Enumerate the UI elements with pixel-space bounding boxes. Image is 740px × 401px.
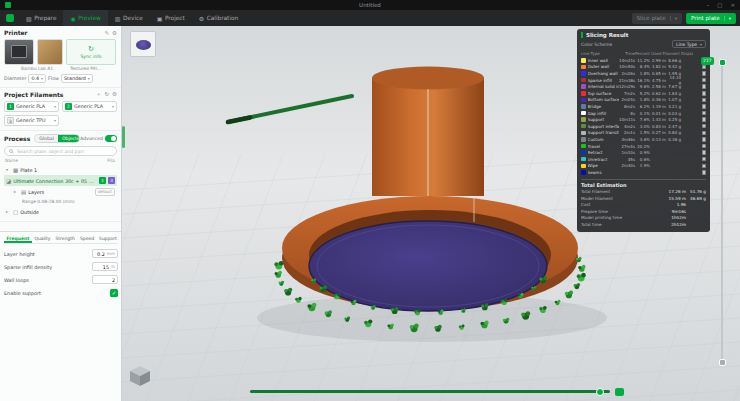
slice-plate-button[interactable]: Slice plate ▾: [632, 13, 682, 24]
nozzle-diameter-select[interactable]: 0.4 ▾: [28, 74, 46, 83]
tab-project[interactable]: ▣Project: [150, 10, 192, 26]
printer-image[interactable]: [4, 39, 34, 65]
display-checkbox[interactable]: [702, 170, 707, 175]
search-input[interactable]: [17, 149, 112, 154]
display-checkbox[interactable]: [702, 144, 707, 149]
param-label: Sparse infill density: [4, 264, 92, 270]
line-type-time: 4m46s: [619, 137, 635, 142]
plate-thumbnail[interactable]: [130, 31, 156, 57]
display-checkbox[interactable]: [702, 157, 707, 162]
advanced-toggle[interactable]: [105, 135, 117, 142]
tree-row-layers[interactable]: ▸ ▤ Layers default: [4, 186, 117, 197]
line-type-weight: 3.21 g: [666, 104, 681, 109]
minimize-icon[interactable]: –: [706, 0, 709, 10]
view-cube[interactable]: [128, 365, 152, 387]
line-type-length: 0.01 m: [650, 111, 666, 116]
tree-row-layer-range[interactable]: Range 0.08-28.00 (mm): [4, 197, 117, 206]
param-input[interactable]: 2: [92, 275, 118, 284]
display-checkbox[interactable]: [702, 65, 707, 70]
line-type-percent: 1.8%: [635, 71, 650, 76]
filament-chip[interactable]: 1Generic PLA▾: [4, 101, 59, 112]
layer-range-label: Range 0.08-28.00 (mm): [22, 199, 75, 204]
move-slider-end-button[interactable]: [615, 388, 624, 396]
chevron-right-icon[interactable]: ▸: [14, 189, 19, 194]
display-checkbox[interactable]: [702, 84, 707, 89]
tree-row-outside[interactable]: ▸ ▢ Outside: [4, 206, 117, 217]
chevron-down-icon[interactable]: ▾: [6, 167, 11, 172]
chevron-down-icon[interactable]: ▾: [724, 16, 731, 21]
layer-slider[interactable]: [721, 60, 723, 365]
sync-info-button[interactable]: ↻ Sync info: [66, 39, 116, 65]
plate-type-image[interactable]: [37, 39, 63, 65]
move-slider-handle[interactable]: [596, 388, 604, 396]
add-filament-icon[interactable]: ＋: [96, 91, 102, 98]
mode-global-button[interactable]: Global: [35, 135, 58, 142]
param-tab-strength[interactable]: Strength: [53, 234, 77, 243]
layer-slider-bottom-handle[interactable]: [719, 359, 726, 366]
filament-chip[interactable]: 3Generic TPU▾: [4, 115, 59, 126]
edit-icon[interactable]: ✎: [104, 30, 109, 36]
display-checkbox[interactable]: [702, 131, 707, 136]
chevron-down-icon: ▾: [54, 118, 56, 123]
display-checkbox[interactable]: [702, 117, 707, 122]
display-checkbox[interactable]: [702, 124, 707, 129]
name-column-label: Name: [5, 158, 18, 163]
plate-action-buttons: Slice plate ▾ Print plate ▾: [632, 13, 736, 24]
object-filament-badge[interactable]: 3: [108, 177, 115, 184]
move-slider[interactable]: [250, 390, 610, 393]
line-type-color: [581, 144, 586, 149]
enable-support-checkbox[interactable]: ✓: [110, 289, 118, 297]
tab-calibration[interactable]: ⚙Calibration: [192, 10, 245, 26]
estimation-label: Total time: [581, 222, 664, 227]
param-input[interactable]: 0.2mm: [92, 249, 118, 258]
estimation-value: 1h52m: [664, 215, 686, 220]
color-scheme-select[interactable]: Line Type ▾: [672, 40, 706, 48]
param-tab-support[interactable]: Support: [97, 234, 120, 243]
display-checkbox[interactable]: [702, 111, 707, 116]
estimation-value: 9m16s: [664, 209, 686, 214]
tab-preview[interactable]: ◉Preview: [63, 10, 107, 26]
estimation-value: 2h12m: [664, 222, 686, 227]
param-tab-frequent[interactable]: Frequent: [4, 234, 32, 243]
display-checkbox[interactable]: [702, 78, 707, 83]
display-checkbox[interactable]: [702, 150, 707, 155]
param-tab-quality[interactable]: Quality: [32, 234, 53, 243]
chevron-down-icon[interactable]: ▾: [670, 16, 677, 21]
outside-icon: ▢: [13, 209, 18, 215]
tab-device[interactable]: ▥Device: [108, 10, 150, 26]
object-filament-badge[interactable]: 1: [99, 177, 106, 184]
flow-select[interactable]: Standard ▾: [61, 74, 93, 83]
filament-chip[interactable]: 2Generic PLA▾: [62, 101, 117, 112]
tab-label: Device: [123, 15, 143, 21]
line-type-weight: 1.84 g: [666, 91, 681, 96]
display-checkbox[interactable]: [702, 164, 707, 169]
display-checkbox[interactable]: [702, 71, 707, 76]
print-plate-button[interactable]: Print plate ▾: [686, 13, 736, 24]
chevron-right-icon[interactable]: ▸: [6, 209, 11, 214]
close-icon[interactable]: ×: [730, 0, 735, 10]
gear-icon[interactable]: ⚙: [112, 30, 117, 36]
param-tab-others[interactable]: Others: [119, 234, 122, 243]
slicing-result-panel: Slicing Result Color Scheme Line Type ▾ …: [577, 29, 710, 232]
sidebar-scroll-indicator[interactable]: [122, 126, 125, 148]
line-type-row: Bridge8m2s6.2%1.19 m3.21 g: [581, 103, 706, 110]
display-checkbox[interactable]: [702, 104, 707, 109]
param-tab-speed[interactable]: Speed: [77, 234, 96, 243]
mode-objects-button[interactable]: Objects: [58, 135, 80, 142]
tree-row-plate[interactable]: ▾ ▦ Plate 1: [4, 164, 117, 175]
tab-prepare[interactable]: ▧Prepare: [19, 10, 63, 26]
line-type-percent: 9.6%: [635, 84, 650, 89]
preview-viewport[interactable]: Slicing Result Color Scheme Line Type ▾ …: [122, 26, 740, 401]
param-input[interactable]: 15%: [92, 262, 118, 271]
tree-row-object[interactable]: ◪ Ultimate Connection 30c + 05 Bearing S…: [4, 175, 117, 186]
maximize-icon[interactable]: ▢: [717, 0, 722, 10]
display-checkbox[interactable]: [702, 98, 707, 103]
display-checkbox[interactable]: [702, 137, 707, 142]
plate-icon: ▦: [13, 167, 18, 173]
sync-filament-icon[interactable]: ↻: [104, 91, 109, 98]
layer-slider-top-handle[interactable]: [719, 59, 726, 66]
display-checkbox[interactable]: [702, 91, 707, 96]
printer-name: Bambu Lab A1: [4, 66, 70, 71]
plate-name: Plate 1: [20, 167, 37, 173]
gear-icon[interactable]: ⚙: [112, 91, 117, 98]
